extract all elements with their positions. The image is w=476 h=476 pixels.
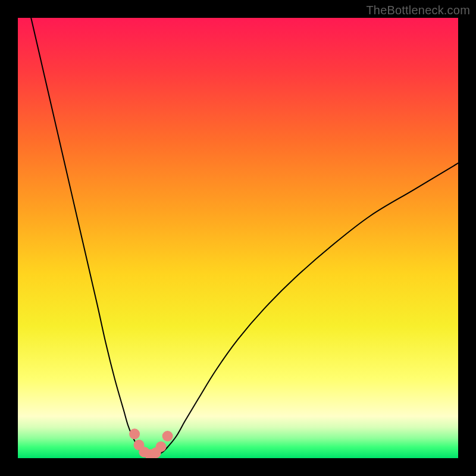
valley-marker [156,441,167,452]
watermark-text: TheBottleneck.com [366,4,470,17]
valley-marker [129,428,140,439]
chart-background [18,18,458,458]
valley-marker [162,431,173,441]
chart-frame: { "watermark": "TheBottleneck.com", "cha… [0,0,476,476]
chart-canvas [18,18,458,458]
